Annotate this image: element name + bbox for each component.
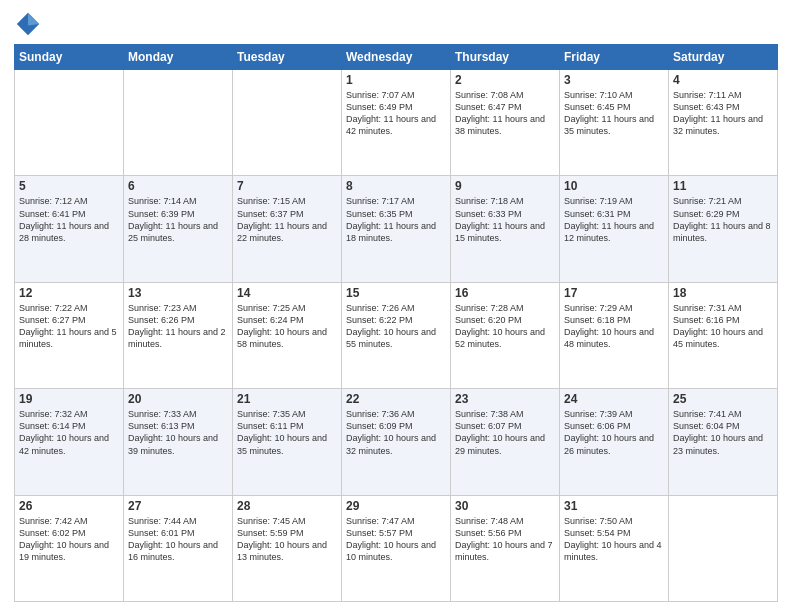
- calendar-cell: 31Sunrise: 7:50 AM Sunset: 5:54 PM Dayli…: [560, 495, 669, 601]
- calendar-cell: 26Sunrise: 7:42 AM Sunset: 6:02 PM Dayli…: [15, 495, 124, 601]
- cell-info: Sunrise: 7:11 AM Sunset: 6:43 PM Dayligh…: [673, 89, 773, 138]
- cell-info: Sunrise: 7:44 AM Sunset: 6:01 PM Dayligh…: [128, 515, 228, 564]
- calendar-cell: 4Sunrise: 7:11 AM Sunset: 6:43 PM Daylig…: [669, 70, 778, 176]
- day-number: 28: [237, 499, 337, 513]
- logo-icon: [14, 10, 42, 38]
- calendar-week-row: 12Sunrise: 7:22 AM Sunset: 6:27 PM Dayli…: [15, 282, 778, 388]
- calendar-cell: 16Sunrise: 7:28 AM Sunset: 6:20 PM Dayli…: [451, 282, 560, 388]
- calendar-cell: 22Sunrise: 7:36 AM Sunset: 6:09 PM Dayli…: [342, 389, 451, 495]
- cell-info: Sunrise: 7:47 AM Sunset: 5:57 PM Dayligh…: [346, 515, 446, 564]
- day-number: 9: [455, 179, 555, 193]
- day-number: 11: [673, 179, 773, 193]
- cell-info: Sunrise: 7:39 AM Sunset: 6:06 PM Dayligh…: [564, 408, 664, 457]
- cell-info: Sunrise: 7:32 AM Sunset: 6:14 PM Dayligh…: [19, 408, 119, 457]
- cell-info: Sunrise: 7:35 AM Sunset: 6:11 PM Dayligh…: [237, 408, 337, 457]
- day-number: 8: [346, 179, 446, 193]
- calendar-cell: 29Sunrise: 7:47 AM Sunset: 5:57 PM Dayli…: [342, 495, 451, 601]
- calendar-cell: 20Sunrise: 7:33 AM Sunset: 6:13 PM Dayli…: [124, 389, 233, 495]
- cell-info: Sunrise: 7:10 AM Sunset: 6:45 PM Dayligh…: [564, 89, 664, 138]
- calendar-cell: 3Sunrise: 7:10 AM Sunset: 6:45 PM Daylig…: [560, 70, 669, 176]
- calendar-week-row: 19Sunrise: 7:32 AM Sunset: 6:14 PM Dayli…: [15, 389, 778, 495]
- day-number: 20: [128, 392, 228, 406]
- calendar-cell: 23Sunrise: 7:38 AM Sunset: 6:07 PM Dayli…: [451, 389, 560, 495]
- calendar-cell: 5Sunrise: 7:12 AM Sunset: 6:41 PM Daylig…: [15, 176, 124, 282]
- cell-info: Sunrise: 7:21 AM Sunset: 6:29 PM Dayligh…: [673, 195, 773, 244]
- calendar-cell: 10Sunrise: 7:19 AM Sunset: 6:31 PM Dayli…: [560, 176, 669, 282]
- calendar-cell: 11Sunrise: 7:21 AM Sunset: 6:29 PM Dayli…: [669, 176, 778, 282]
- calendar-cell: 6Sunrise: 7:14 AM Sunset: 6:39 PM Daylig…: [124, 176, 233, 282]
- day-number: 12: [19, 286, 119, 300]
- day-number: 22: [346, 392, 446, 406]
- day-number: 30: [455, 499, 555, 513]
- cell-info: Sunrise: 7:12 AM Sunset: 6:41 PM Dayligh…: [19, 195, 119, 244]
- calendar-cell: 19Sunrise: 7:32 AM Sunset: 6:14 PM Dayli…: [15, 389, 124, 495]
- weekday-header: Friday: [560, 45, 669, 70]
- calendar-cell: 25Sunrise: 7:41 AM Sunset: 6:04 PM Dayli…: [669, 389, 778, 495]
- logo: [14, 10, 46, 38]
- calendar-cell: 14Sunrise: 7:25 AM Sunset: 6:24 PM Dayli…: [233, 282, 342, 388]
- day-number: 7: [237, 179, 337, 193]
- calendar-cell: 13Sunrise: 7:23 AM Sunset: 6:26 PM Dayli…: [124, 282, 233, 388]
- day-number: 26: [19, 499, 119, 513]
- calendar-cell: 18Sunrise: 7:31 AM Sunset: 6:16 PM Dayli…: [669, 282, 778, 388]
- weekday-header: Wednesday: [342, 45, 451, 70]
- cell-info: Sunrise: 7:41 AM Sunset: 6:04 PM Dayligh…: [673, 408, 773, 457]
- cell-info: Sunrise: 7:08 AM Sunset: 6:47 PM Dayligh…: [455, 89, 555, 138]
- day-number: 17: [564, 286, 664, 300]
- cell-info: Sunrise: 7:29 AM Sunset: 6:18 PM Dayligh…: [564, 302, 664, 351]
- day-number: 3: [564, 73, 664, 87]
- cell-info: Sunrise: 7:36 AM Sunset: 6:09 PM Dayligh…: [346, 408, 446, 457]
- day-number: 21: [237, 392, 337, 406]
- weekday-header: Sunday: [15, 45, 124, 70]
- day-number: 31: [564, 499, 664, 513]
- day-number: 14: [237, 286, 337, 300]
- cell-info: Sunrise: 7:07 AM Sunset: 6:49 PM Dayligh…: [346, 89, 446, 138]
- calendar-cell: 24Sunrise: 7:39 AM Sunset: 6:06 PM Dayli…: [560, 389, 669, 495]
- day-number: 1: [346, 73, 446, 87]
- day-number: 5: [19, 179, 119, 193]
- weekday-header: Saturday: [669, 45, 778, 70]
- cell-info: Sunrise: 7:14 AM Sunset: 6:39 PM Dayligh…: [128, 195, 228, 244]
- calendar-cell: 17Sunrise: 7:29 AM Sunset: 6:18 PM Dayli…: [560, 282, 669, 388]
- calendar-cell: [124, 70, 233, 176]
- cell-info: Sunrise: 7:50 AM Sunset: 5:54 PM Dayligh…: [564, 515, 664, 564]
- day-number: 13: [128, 286, 228, 300]
- cell-info: Sunrise: 7:31 AM Sunset: 6:16 PM Dayligh…: [673, 302, 773, 351]
- cell-info: Sunrise: 7:15 AM Sunset: 6:37 PM Dayligh…: [237, 195, 337, 244]
- day-number: 4: [673, 73, 773, 87]
- calendar-cell: 28Sunrise: 7:45 AM Sunset: 5:59 PM Dayli…: [233, 495, 342, 601]
- calendar-week-row: 26Sunrise: 7:42 AM Sunset: 6:02 PM Dayli…: [15, 495, 778, 601]
- calendar-cell: 30Sunrise: 7:48 AM Sunset: 5:56 PM Dayli…: [451, 495, 560, 601]
- weekday-header: Thursday: [451, 45, 560, 70]
- day-number: 23: [455, 392, 555, 406]
- day-number: 27: [128, 499, 228, 513]
- cell-info: Sunrise: 7:26 AM Sunset: 6:22 PM Dayligh…: [346, 302, 446, 351]
- cell-info: Sunrise: 7:38 AM Sunset: 6:07 PM Dayligh…: [455, 408, 555, 457]
- page: SundayMondayTuesdayWednesdayThursdayFrid…: [0, 0, 792, 612]
- calendar-week-row: 5Sunrise: 7:12 AM Sunset: 6:41 PM Daylig…: [15, 176, 778, 282]
- cell-info: Sunrise: 7:28 AM Sunset: 6:20 PM Dayligh…: [455, 302, 555, 351]
- calendar-cell: 12Sunrise: 7:22 AM Sunset: 6:27 PM Dayli…: [15, 282, 124, 388]
- cell-info: Sunrise: 7:45 AM Sunset: 5:59 PM Dayligh…: [237, 515, 337, 564]
- calendar-cell: 9Sunrise: 7:18 AM Sunset: 6:33 PM Daylig…: [451, 176, 560, 282]
- calendar-cell: 21Sunrise: 7:35 AM Sunset: 6:11 PM Dayli…: [233, 389, 342, 495]
- day-number: 2: [455, 73, 555, 87]
- day-number: 19: [19, 392, 119, 406]
- day-number: 6: [128, 179, 228, 193]
- calendar-table: SundayMondayTuesdayWednesdayThursdayFrid…: [14, 44, 778, 602]
- day-number: 18: [673, 286, 773, 300]
- calendar-cell: [669, 495, 778, 601]
- calendar-cell: 27Sunrise: 7:44 AM Sunset: 6:01 PM Dayli…: [124, 495, 233, 601]
- cell-info: Sunrise: 7:33 AM Sunset: 6:13 PM Dayligh…: [128, 408, 228, 457]
- cell-info: Sunrise: 7:19 AM Sunset: 6:31 PM Dayligh…: [564, 195, 664, 244]
- day-number: 29: [346, 499, 446, 513]
- calendar-cell: 15Sunrise: 7:26 AM Sunset: 6:22 PM Dayli…: [342, 282, 451, 388]
- cell-info: Sunrise: 7:25 AM Sunset: 6:24 PM Dayligh…: [237, 302, 337, 351]
- cell-info: Sunrise: 7:18 AM Sunset: 6:33 PM Dayligh…: [455, 195, 555, 244]
- day-number: 25: [673, 392, 773, 406]
- cell-info: Sunrise: 7:17 AM Sunset: 6:35 PM Dayligh…: [346, 195, 446, 244]
- calendar-cell: 2Sunrise: 7:08 AM Sunset: 6:47 PM Daylig…: [451, 70, 560, 176]
- weekday-header: Monday: [124, 45, 233, 70]
- day-number: 15: [346, 286, 446, 300]
- calendar-week-row: 1Sunrise: 7:07 AM Sunset: 6:49 PM Daylig…: [15, 70, 778, 176]
